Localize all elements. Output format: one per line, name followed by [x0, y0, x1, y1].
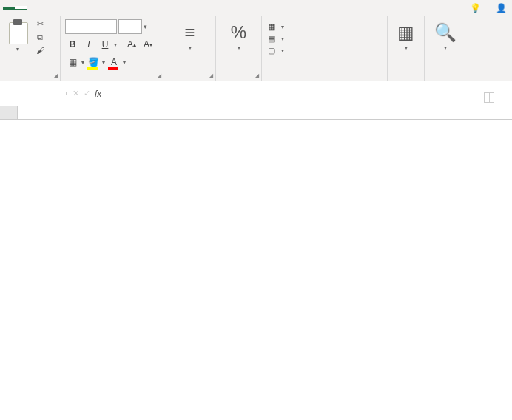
cond-format-icon: ▦: [266, 21, 277, 32]
cell-styles-icon: ▢: [266, 45, 277, 55]
menu-bar: 💡 👤: [0, 0, 512, 16]
menu-data[interactable]: [62, 7, 74, 10]
name-box[interactable]: [0, 92, 67, 95]
alignment-icon: ≡: [184, 22, 195, 44]
font-size-select[interactable]: [118, 19, 142, 34]
menu-insert[interactable]: [27, 7, 38, 10]
clipboard-launcher[interactable]: ◢: [53, 72, 58, 79]
font-launcher[interactable]: ◢: [157, 72, 161, 79]
share-button[interactable]: 👤: [496, 3, 509, 13]
share-icon: 👤: [496, 3, 507, 13]
watermark: [484, 89, 497, 105]
number-launcher[interactable]: ◢: [255, 72, 259, 79]
border-icon[interactable]: ▦: [65, 55, 80, 70]
format-painter-icon[interactable]: 🖌: [34, 44, 46, 56]
alignment-button[interactable]: ≡▾: [169, 18, 211, 51]
underline-button[interactable]: U: [98, 37, 112, 52]
menu-file[interactable]: [3, 7, 15, 10]
enter-icon[interactable]: ✓: [84, 89, 90, 98]
format-as-table-button[interactable]: ▤ ▾: [266, 33, 284, 44]
menu-formulas[interactable]: [50, 7, 62, 10]
copy-icon[interactable]: ⧉: [34, 31, 46, 43]
menu-page-layout[interactable]: [38, 7, 50, 10]
editing-button[interactable]: 🔍▾: [429, 18, 462, 51]
table-icon: ▤: [266, 33, 277, 44]
cancel-icon[interactable]: ✕: [73, 89, 79, 98]
font-color-icon[interactable]: A: [107, 55, 121, 70]
conditional-formatting-button[interactable]: ▦ ▾: [266, 21, 284, 33]
menu-developer[interactable]: [98, 7, 110, 10]
menu-help[interactable]: [110, 7, 121, 10]
editing-icon: 🔍: [434, 22, 457, 44]
alignment-launcher[interactable]: ◢: [209, 72, 213, 79]
cells-icon: ▦: [397, 22, 414, 44]
select-all-corner[interactable]: [0, 106, 18, 120]
number-button[interactable]: %▾: [220, 18, 257, 51]
menu-home[interactable]: [15, 6, 27, 10]
ribbon: ▾ ✂ ⧉ 🖌 ◢ ▾ B I U ▾ A▴ A: [0, 16, 512, 81]
cell-styles-button[interactable]: ▢ ▾: [266, 44, 284, 56]
bulb-icon: 💡: [470, 3, 481, 13]
increase-font-icon[interactable]: A▴: [124, 37, 139, 52]
menu-review[interactable]: [74, 7, 86, 10]
bold-button[interactable]: B: [65, 37, 80, 52]
paste-icon: [6, 19, 30, 46]
font-name-select[interactable]: [65, 19, 117, 34]
number-icon: %: [231, 22, 246, 44]
fill-color-icon[interactable]: 🪣: [86, 55, 101, 70]
decrease-font-icon[interactable]: A▾: [141, 37, 155, 52]
formula-bar-text[interactable]: [107, 92, 512, 95]
watermark-icon: [484, 92, 494, 103]
sheet-area: [0, 106, 512, 120]
fx-icon[interactable]: fx: [95, 89, 101, 99]
menu-view[interactable]: [86, 7, 98, 10]
cells-button[interactable]: ▦▾: [392, 18, 420, 51]
paste-button[interactable]: ▾: [4, 18, 31, 54]
italic-button[interactable]: I: [81, 37, 96, 52]
cut-icon[interactable]: ✂: [34, 18, 46, 30]
formula-bar: ✕ ✓ fx: [0, 81, 512, 106]
